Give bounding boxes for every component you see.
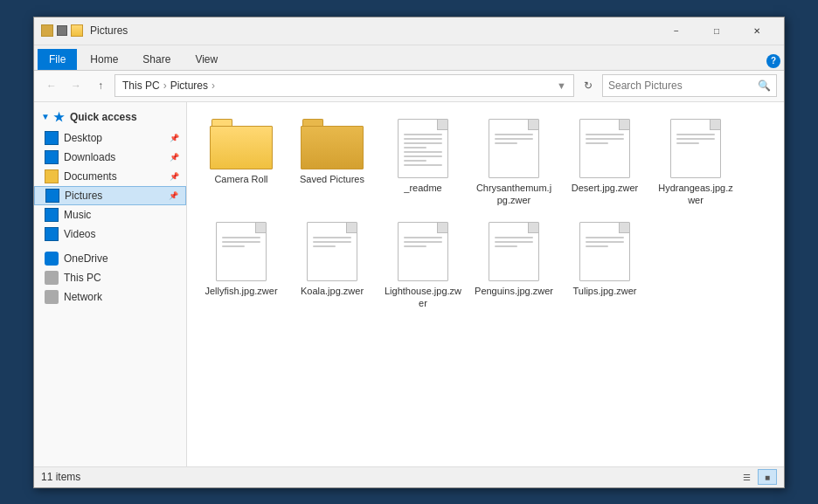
doc-lines-t [586, 237, 624, 250]
doc-lines-c [495, 134, 533, 147]
file-item-readme[interactable]: _readme [379, 113, 467, 213]
view-buttons: ☰ ■ [737, 469, 777, 485]
folder-icon-title [71, 24, 83, 37]
doc-fold-d [619, 120, 629, 130]
file-item-chrysanthemum[interactable]: Chrysanthemum.jpg.zwer [470, 113, 558, 213]
file-label-camera-roll: Camera Roll [214, 173, 267, 185]
sidebar-item-network[interactable]: Network [34, 287, 186, 307]
file-item-desert[interactable]: Desert.jpg.zwer [561, 113, 648, 213]
quick-access-star-icon: ★ [53, 110, 65, 124]
doc-fold-p [528, 223, 538, 233]
doc-fold-c [528, 120, 538, 130]
pin-icon-desktop: 📌 [170, 134, 179, 142]
window-icon-tiny [57, 25, 67, 36]
file-item-penguins[interactable]: Penguins.jpg.zwer [470, 216, 558, 316]
doc-icon-hydrangeas [670, 119, 721, 178]
sidebar-item-downloads[interactable]: Downloads 📌 [34, 148, 186, 167]
quick-access-header[interactable]: ▼ ★ Quick access [34, 106, 186, 128]
doc-icon-desert [579, 119, 630, 178]
quick-access-label: Quick access [70, 111, 137, 123]
sidebar-item-thispc[interactable]: This PC [34, 268, 186, 287]
file-item-tulips[interactable]: Tulips.jpg.zwer [561, 216, 648, 316]
list-view-button[interactable]: ☰ [737, 469, 756, 485]
sidebar-item-pictures[interactable]: Pictures 📌 [34, 186, 186, 205]
network-icon [45, 290, 59, 304]
pictures-icon [45, 189, 59, 203]
address-path[interactable]: This PC › Pictures › ▼ [114, 74, 574, 97]
music-icon [45, 208, 59, 222]
back-button[interactable]: ← [41, 75, 62, 96]
ribbon-tabs: File Home Share View ? [34, 45, 784, 70]
help-button[interactable]: ? [766, 54, 780, 68]
file-item-lighthouse[interactable]: Lighthouse.jpg.zwer [379, 216, 467, 316]
file-grid: Camera Roll Saved Pictures [198, 113, 773, 316]
refresh-button[interactable]: ↻ [578, 75, 599, 96]
doc-icon-readme [398, 119, 448, 178]
file-item-hydrangeas[interactable]: Hydrangeas.jpg.zwer [652, 113, 739, 213]
file-label-penguins: Penguins.jpg.zwer [475, 285, 553, 297]
forward-button[interactable]: → [66, 75, 87, 96]
window-icon-small [41, 24, 53, 37]
sidebar: ▼ ★ Quick access Desktop 📌 Downloads 📌 D… [34, 102, 187, 466]
tab-view[interactable]: View [184, 49, 229, 70]
doc-icon-tulips [579, 222, 630, 281]
search-input[interactable] [608, 79, 754, 92]
title-bar: Pictures − □ ✕ [34, 17, 784, 45]
file-label-chrysanthemum: Chrysanthemum.jpg.zwer [475, 182, 553, 207]
folder-icon-saved-pictures [301, 119, 364, 169]
pin-icon-pictures: 📌 [169, 191, 178, 200]
doc-body-h [670, 119, 721, 178]
path-pictures: Pictures [170, 79, 208, 92]
path-separator-2: › [211, 79, 215, 92]
address-bar: ← → ↑ This PC › Pictures › ▼ ↻ 🔍 [34, 71, 784, 102]
sidebar-label-network: Network [64, 291, 102, 303]
sidebar-label-pictures: Pictures [65, 190, 102, 202]
file-item-koala[interactable]: Koala.jpg.zwer [288, 216, 376, 316]
search-icon: 🔍 [758, 79, 771, 92]
file-item-saved-pictures[interactable]: Saved Pictures [288, 113, 376, 213]
path-dropdown-arrow[interactable]: ▼ [557, 80, 566, 91]
ribbon: File Home Share View ? [34, 45, 784, 71]
doc-lines [404, 134, 442, 169]
onedrive-icon [45, 252, 59, 266]
sidebar-item-onedrive[interactable]: OneDrive [34, 249, 186, 268]
grid-view-button[interactable]: ■ [758, 469, 777, 485]
path-thispc: This PC [122, 79, 160, 92]
maximize-button[interactable]: □ [697, 17, 737, 45]
file-item-camera-roll[interactable]: Camera Roll [198, 113, 285, 213]
doc-icon-jellyfish [216, 222, 267, 281]
file-item-jellyfish[interactable]: Jellyfish.jpg.zwer [198, 216, 285, 316]
sidebar-label-onedrive: OneDrive [64, 252, 108, 265]
doc-icon-penguins [489, 222, 539, 281]
path-separator-1: › [163, 79, 167, 92]
doc-body-j [216, 222, 267, 281]
thispc-icon [45, 271, 59, 285]
up-button[interactable]: ↑ [90, 75, 111, 96]
minimize-button[interactable]: − [656, 17, 697, 45]
sidebar-item-documents[interactable]: Documents 📌 [34, 167, 186, 186]
pin-icon-documents: 📌 [170, 172, 179, 181]
doc-line-7 [404, 160, 426, 162]
sidebar-label-documents: Documents [64, 170, 117, 183]
sidebar-item-music[interactable]: Music [34, 205, 186, 224]
sidebar-item-videos[interactable]: Videos [34, 224, 186, 244]
doc-fold-h [710, 120, 720, 130]
doc-body-l [398, 222, 448, 281]
doc-lines-d [586, 134, 624, 147]
tab-home[interactable]: Home [79, 49, 129, 70]
tab-share[interactable]: Share [131, 49, 182, 70]
sidebar-item-desktop[interactable]: Desktop 📌 [34, 128, 186, 148]
doc-fold-j [255, 223, 266, 233]
file-label-hydrangeas: Hydrangeas.jpg.zwer [656, 182, 735, 207]
sidebar-label-music: Music [64, 209, 91, 221]
tab-file[interactable]: File [38, 49, 77, 70]
doc-line-4 [404, 147, 426, 148]
search-box: 🔍 [602, 74, 777, 97]
pin-icon-downloads: 📌 [170, 153, 179, 162]
doc-line-1 [404, 134, 442, 135]
close-button[interactable]: ✕ [737, 17, 777, 45]
doc-icon-lighthouse [398, 222, 448, 281]
file-label-koala: Koala.jpg.zwer [301, 285, 364, 297]
doc-fold [437, 120, 447, 130]
file-explorer-window: Pictures − □ ✕ File Home Share View ? ← … [33, 17, 785, 488]
